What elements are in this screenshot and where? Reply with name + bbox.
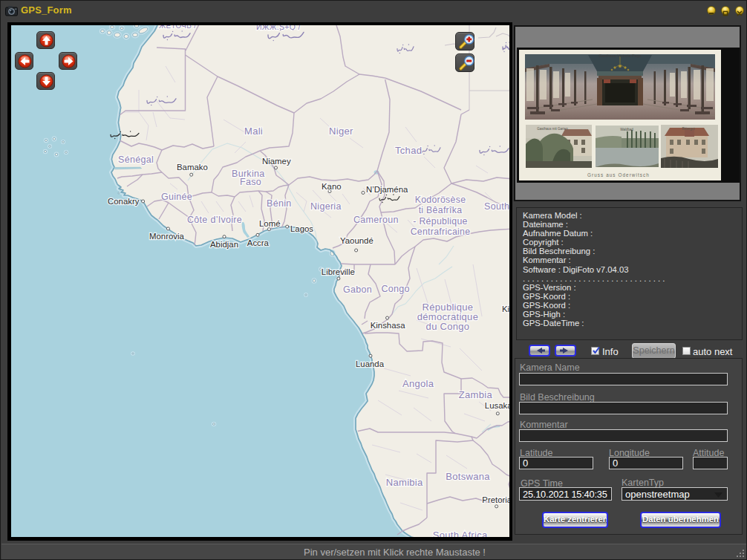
svg-text:Namibia: Namibia [386, 477, 423, 488]
svg-text:Libreville: Libreville [322, 267, 355, 276]
svg-text:Cameroun: Cameroun [353, 215, 399, 225]
svg-text:Abidjan: Abidjan [210, 240, 238, 249]
svg-text:Lagos: Lagos [290, 224, 313, 233]
svg-text:Kodorösèse: Kodorösèse [415, 195, 466, 205]
svg-text:Kano: Kano [322, 182, 342, 191]
svg-text:Bamako: Bamako [177, 163, 208, 172]
svg-text:- République: - République [413, 216, 467, 227]
svg-text:Bénin: Bénin [267, 198, 291, 209]
svg-text:Lusaka: Lusaka [485, 401, 509, 410]
svg-text:Gabon: Gabon [343, 284, 372, 295]
svg-text:Botswana: Botswana [446, 471, 490, 482]
svg-text:Kinshasa: Kinshasa [371, 321, 406, 330]
svg-text:Guinée: Guinée [161, 192, 192, 202]
svg-text:Gruss aus Oderwitsch: Gruss aus Oderwitsch [587, 172, 650, 178]
svg-text:Tchad: Tchad [395, 145, 422, 156]
svg-text:Niamey: Niamey [262, 157, 291, 166]
svg-text:Angola: Angola [402, 378, 434, 389]
svg-text:Centrafricaine: Centrafricaine [411, 227, 471, 237]
svg-text:Lomé: Lomé [259, 219, 281, 228]
svg-text:ЖЕТОЧЬ /: ЖЕТОЧЬ / [159, 25, 196, 30]
svg-text:Ki: Ki [502, 305, 509, 313]
svg-text:Zambia: Zambia [459, 389, 493, 400]
svg-text:du Congo: du Congo [426, 321, 470, 332]
svg-text:Luanda: Luanda [356, 359, 385, 368]
svg-text:Sénégal: Sénégal [118, 154, 154, 165]
svg-text:South Africa: South Africa [433, 530, 488, 538]
svg-text:Accra: Accra [247, 238, 270, 247]
svg-text:Waldbad: Waldbad [620, 128, 633, 131]
svg-text:Pretoria: Pretoria [482, 495, 509, 504]
svg-text:Conakry: Conakry [108, 197, 140, 206]
svg-text:Nigeria: Nigeria [310, 201, 342, 212]
svg-text:ИЖЖ.Ѕ+О /: ИЖЖ.Ѕ+О / [256, 25, 301, 31]
svg-text:Gasthaus Victoria Page: Gasthaus Victoria Page [598, 53, 642, 58]
svg-text:Congo: Congo [382, 284, 410, 294]
svg-text:South Su: South Su [484, 201, 509, 212]
svg-text:Niger: Niger [329, 126, 353, 137]
svg-text:Côte d’Ivoire: Côte d’Ivoire [187, 215, 242, 225]
svg-text:Faso: Faso [240, 177, 261, 187]
svg-text:Gasthaus mit Garten: Gasthaus mit Garten [537, 127, 568, 131]
svg-text:ti Bêafrîka: ti Bêafrîka [419, 205, 463, 215]
svg-text:N’Djaména: N’Djaména [366, 185, 408, 194]
svg-text:Monrovia: Monrovia [149, 232, 185, 241]
svg-text:Rittergut: Rittergut [682, 127, 695, 131]
svg-text:Mali: Mali [244, 126, 263, 137]
svg-text:Yaoundé: Yaoundé [340, 236, 374, 245]
